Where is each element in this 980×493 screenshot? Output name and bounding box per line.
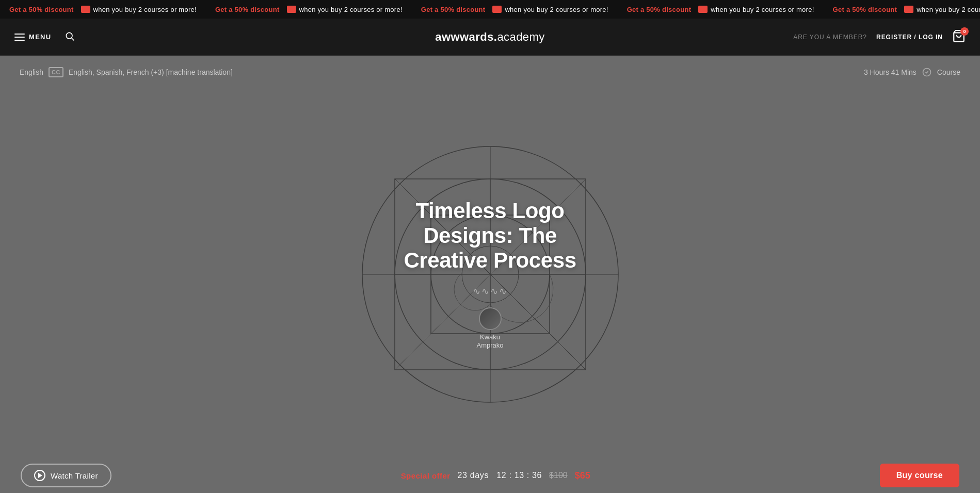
logo-bold: awwwards. — [435, 30, 497, 43]
ticket-icon — [81, 6, 90, 13]
avatar-placeholder — [480, 308, 501, 329]
svg-line-1 — [72, 38, 74, 41]
bottom-bar: Watch Trailer Special offer 23 days 12 :… — [0, 458, 980, 493]
check-circle-icon — [922, 67, 932, 77]
geometry-background — [356, 140, 624, 408]
instructor-name: Kwaku Amprako — [476, 333, 503, 351]
nav-left: MENU — [14, 29, 77, 45]
navbar: MENU awwwards.academy ARE YOU A MEMBER? … — [0, 19, 980, 56]
original-price: $100 — [549, 471, 568, 480]
ticker-banner: Get a 50% discount when you buy 2 course… — [0, 0, 980, 19]
ticker-discount: Get a 50% discount — [215, 6, 280, 13]
ticker-discount: Get a 50% discount — [421, 6, 486, 13]
ticket-icon — [287, 6, 296, 13]
ticker-text: when you buy 2 courses or more! — [93, 6, 197, 13]
menu-button[interactable]: MENU — [14, 33, 51, 41]
ticker-item: Get a 50% discount when you buy 2 course… — [206, 6, 412, 13]
play-triangle-icon — [38, 473, 42, 478]
ticker-item: Get a 50% discount when you buy 2 course… — [618, 6, 824, 13]
ticker-discount: Get a 50% discount — [627, 6, 692, 13]
ticket-icon — [492, 6, 502, 13]
countdown-display: 23 days 12 : 13 : 36 — [458, 471, 542, 480]
language-label: English — [20, 68, 43, 76]
discounted-price: $65 — [575, 470, 590, 481]
meta-top-left: English CC English, Spanish, French (+3)… — [20, 67, 233, 77]
watch-trailer-label: Watch Trailer — [51, 471, 98, 480]
menu-label: MENU — [29, 33, 51, 41]
cc-badge: CC — [49, 67, 63, 77]
special-offer-label: Special offer — [401, 471, 451, 480]
ticker-item: Get a 50% discount when you buy 2 course… — [0, 6, 206, 13]
ticker-text: when you buy 2 courses or more! — [505, 6, 608, 13]
countdown-days: 23 days — [458, 471, 489, 480]
register-login-link[interactable]: REGISTER / LOG IN — [876, 34, 943, 41]
countdown-time: 12 : 13 : 36 — [496, 471, 542, 480]
ticket-icon — [904, 6, 913, 13]
search-button[interactable] — [62, 29, 77, 45]
play-circle-icon — [34, 470, 45, 481]
logo-light: academy — [497, 30, 544, 43]
instructor-block: Kwaku Amprako — [476, 307, 503, 351]
ticker-discount: Get a 50% discount — [9, 6, 74, 13]
ticker-text: when you buy 2 courses or more! — [299, 6, 403, 13]
course-card: Timeless Logo Designs: The Creative Proc… — [388, 171, 592, 377]
ticker-item: Get a 50% discount when you buy 2 course… — [412, 6, 618, 13]
member-text: ARE YOU A MEMBER? — [793, 34, 867, 41]
duration-label: 3 Hours 41 Mins — [864, 68, 917, 76]
course-title: Timeless Logo Designs: The Creative Proc… — [392, 199, 588, 273]
ticker-text: when you buy 2 courses or more! — [917, 6, 980, 13]
ticker-inner: Get a 50% discount when you buy 2 course… — [0, 6, 980, 13]
course-type-label: Course — [937, 68, 960, 76]
watch-trailer-button[interactable]: Watch Trailer — [21, 464, 111, 487]
meta-top-right: 3 Hours 41 Mins Course — [864, 67, 960, 77]
cart-badge: 0 — [960, 27, 969, 36]
offer-section: Special offer 23 days 12 : 13 : 36 $100 … — [401, 470, 590, 481]
svg-point-0 — [67, 32, 73, 39]
ticket-icon — [698, 6, 708, 13]
hamburger-icon — [14, 34, 25, 41]
wave-decoration: ∿∿∿∿ — [473, 286, 508, 297]
ticker-text: when you buy 2 courses or more! — [711, 6, 814, 13]
cart-button[interactable]: 0 — [952, 29, 966, 44]
ticker-item: Get a 50% discount when you buy 2 course… — [824, 6, 980, 13]
search-icon — [65, 31, 75, 41]
buy-course-button[interactable]: Buy course — [880, 464, 959, 487]
site-logo[interactable]: awwwards.academy — [435, 30, 544, 44]
instructor-avatar — [479, 307, 502, 330]
nav-right: ARE YOU A MEMBER? REGISTER / LOG IN 0 — [793, 29, 966, 44]
ticker-discount: Get a 50% discount — [833, 6, 897, 13]
subtitles-label: English, Spanish, French (+3) [machine t… — [69, 68, 233, 76]
hero-section: English CC English, Spanish, French (+3)… — [0, 56, 980, 493]
